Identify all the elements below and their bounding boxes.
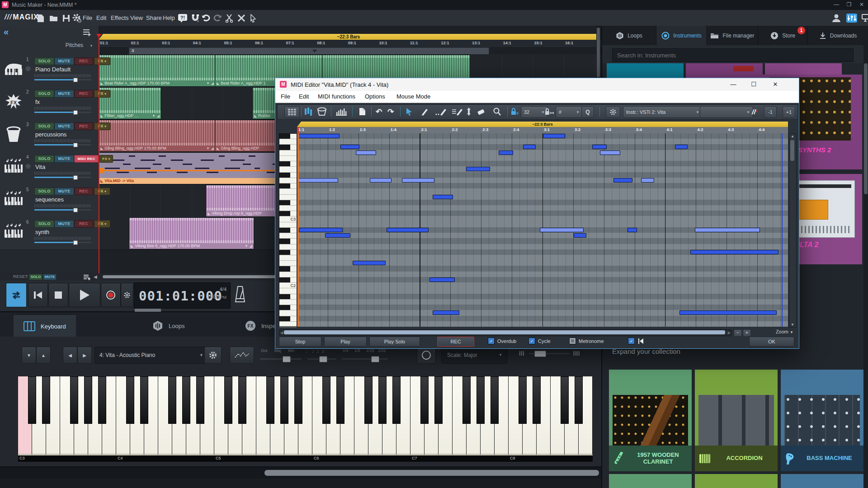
event-list-button[interactable] (284, 106, 300, 118)
midi-note[interactable] (690, 250, 778, 254)
midi-black-key[interactable] (279, 134, 297, 139)
menu-share[interactable]: Share (146, 14, 162, 21)
midi-black-key[interactable] (279, 173, 297, 178)
track-rec-button[interactable]: REC (74, 90, 93, 98)
track-rec-button[interactable]: REC (74, 122, 93, 130)
track-mute-button[interactable]: MUTE (54, 155, 74, 163)
midi-maximize-button[interactable]: ☐ (745, 80, 762, 89)
piano-black-key[interactable] (336, 376, 344, 424)
track-header-piano-default[interactable]: 1SOLOMUTERECFX ▾FX ▾FX ▾Piano Default (0, 54, 99, 87)
midi-white-key[interactable] (279, 222, 297, 228)
metronome-checkbox[interactable]: Metronome (569, 338, 604, 344)
midi-note[interactable] (325, 233, 350, 238)
piano-black-key[interactable] (364, 376, 373, 424)
chord-slider-2[interactable] (307, 358, 336, 360)
track-volume-slider[interactable] (34, 144, 91, 145)
piano-black-key[interactable] (84, 376, 92, 424)
midi-menu-options[interactable]: Options (365, 93, 385, 100)
duration-slider[interactable] (342, 358, 387, 360)
midi-note[interactable] (433, 195, 453, 199)
piano-black-key[interactable] (378, 376, 387, 424)
playhead[interactable] (99, 34, 99, 273)
midi-menu-midi-functions[interactable]: MIDI functions (318, 93, 355, 100)
track-fx-button[interactable]: FX ▾ (99, 155, 113, 163)
midi-black-key[interactable] (279, 200, 297, 206)
pencil-tool-button[interactable] (418, 106, 430, 117)
piano-roll-view-button[interactable] (302, 106, 314, 117)
stop-button[interactable] (48, 283, 68, 307)
midi-note[interactable] (297, 134, 340, 138)
midi-horizontal-scrollbar[interactable]: ◀ ▶ (279, 329, 732, 336)
piano-black-key[interactable] (294, 376, 302, 424)
octave-down-button[interactable]: ▼ (22, 347, 36, 364)
menu-edit[interactable]: Edit (96, 14, 106, 21)
clip-red[interactable]: ◣Gling Bling_ogg.HDP 170.00 BPM▼◢ (99, 120, 216, 152)
midi-black-key[interactable] (279, 294, 297, 300)
redo-icon[interactable]: ↷ (385, 106, 396, 117)
midi-note[interactable] (466, 167, 490, 171)
track-mute-button[interactable]: MUTE (54, 188, 74, 195)
midi-white-key[interactable] (279, 261, 297, 266)
transpose-down-button[interactable]: -1 (764, 106, 777, 118)
zoom-out-button[interactable]: − (734, 329, 742, 337)
midi-note[interactable] (429, 277, 455, 282)
track-volume-slider[interactable] (34, 79, 91, 80)
midi-black-key[interactable] (279, 316, 297, 322)
quantize-button[interactable]: Q (581, 106, 594, 118)
midi-black-key[interactable] (279, 266, 297, 272)
add-track-icon[interactable] (82, 28, 92, 37)
midi-white-key[interactable] (279, 139, 297, 145)
midi-note[interactable] (402, 178, 435, 183)
piano-roll-grid[interactable] (297, 133, 788, 327)
track-solo-button[interactable]: SOLO (34, 188, 54, 195)
quantize-value-dropdown[interactable]: 32▼ (521, 106, 548, 118)
reset-solo-button[interactable]: SOLO (29, 274, 42, 280)
mute-notes-icon[interactable]: //• (749, 106, 760, 117)
cycle-checkbox[interactable]: ✓Cycle (528, 338, 551, 344)
track-fx-button[interactable]: FX ▾ (94, 188, 110, 195)
tab-loops[interactable]: Loops (602, 26, 656, 45)
midi-white-key[interactable] (279, 233, 297, 239)
length-value-dropdown[interactable]: #▼ (556, 106, 583, 118)
track-rec-button[interactable]: REC (74, 188, 93, 195)
menu-file[interactable]: File (83, 14, 92, 21)
midi-white-key[interactable] (279, 310, 297, 316)
redo-icon[interactable] (212, 13, 223, 23)
slider-knob[interactable] (73, 175, 78, 180)
track-volume-slider[interactable] (34, 112, 91, 113)
track-fx-button[interactable]: FX ▾ (94, 220, 110, 228)
search-input[interactable] (612, 48, 854, 62)
midi-black-key[interactable] (279, 277, 297, 283)
monitor-icon[interactable] (860, 13, 868, 23)
midi-note[interactable] (695, 228, 760, 232)
midi-minimize-button[interactable]: — (725, 80, 741, 89)
menu-effects[interactable]: Effects (111, 14, 129, 21)
piano-black-key[interactable] (575, 376, 583, 424)
keyboard-zoom-in-icon[interactable] (573, 350, 580, 357)
midi-black-key[interactable] (279, 145, 297, 150)
track-mute-button[interactable]: MUTE (54, 220, 74, 228)
midi-note[interactable] (540, 228, 583, 232)
piano-black-key[interactable] (126, 376, 134, 424)
midi-ruler[interactable]: 1:11:21:31:42:12:22:32:43:13:23:33:44:14… (297, 127, 788, 134)
slider-knob[interactable] (73, 240, 78, 245)
midi-white-key[interactable] (279, 178, 297, 183)
midi-note[interactable] (340, 145, 359, 149)
user-account-icon[interactable] (831, 13, 842, 23)
settings-gear-icon[interactable] (71, 13, 82, 23)
score-view-button[interactable] (356, 106, 368, 117)
midi-black-key[interactable] (279, 183, 297, 189)
track-header-fx[interactable]: 2FXSOLOMUTERECFX ▾FX ▾FX ▾fx (0, 87, 99, 120)
move-vertical-tool-button[interactable] (464, 106, 474, 117)
selection-tool-button[interactable] (403, 106, 415, 117)
piano-black-key[interactable] (266, 376, 274, 424)
midi-note[interactable] (641, 178, 654, 183)
track-rec-button[interactable]: REC (74, 57, 93, 65)
midi-white-key[interactable] (279, 195, 297, 200)
piano-black-key[interactable] (70, 376, 78, 424)
midi-menu-mouse-mode[interactable]: Mouse Mode (396, 93, 430, 100)
midi-black-key[interactable] (279, 305, 297, 310)
midi-note[interactable] (613, 178, 632, 183)
midi-note[interactable] (299, 228, 342, 232)
track-volume-slider[interactable] (34, 209, 91, 211)
